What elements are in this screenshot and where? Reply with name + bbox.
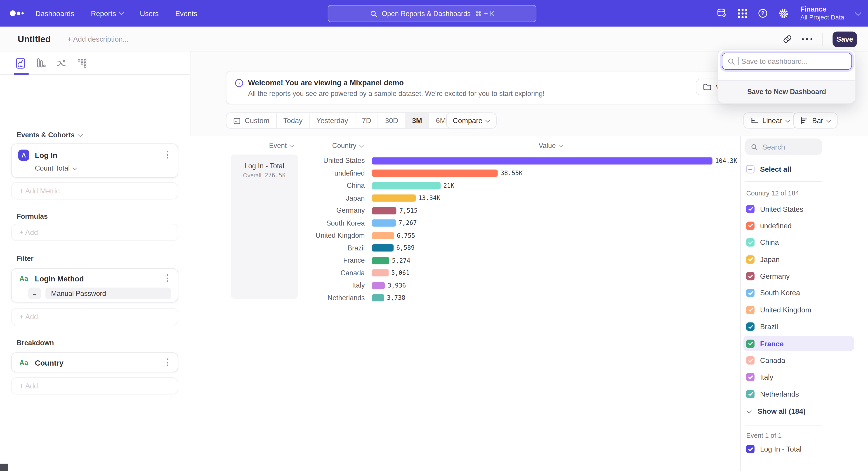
range-custom[interactable]: Custom	[226, 113, 277, 128]
range-3m[interactable]: 3M	[405, 113, 429, 128]
tab-retention[interactable]	[76, 56, 88, 70]
country-checkbox[interactable]	[746, 222, 754, 230]
country-checkbox[interactable]	[746, 390, 754, 399]
nav-item-dashboards[interactable]: Dashboards	[35, 9, 74, 18]
metric-aggregation-dropdown[interactable]: Count Total	[35, 165, 76, 172]
metric-card-login[interactable]: A Log In Count Total	[11, 143, 178, 178]
country-label: Japan	[760, 255, 780, 264]
country-checkbox[interactable]	[746, 306, 754, 314]
events-cohorts-header[interactable]: Events & Cohorts	[17, 131, 82, 139]
breakdown-property-name[interactable]: Country	[35, 359, 64, 367]
settings-gear-icon[interactable]	[778, 8, 789, 19]
y-scale-dropdown[interactable]: Linear	[743, 112, 796, 128]
country-checkbox[interactable]	[746, 238, 754, 247]
bar[interactable]	[372, 207, 397, 214]
country-row-japan[interactable]: Japan	[743, 252, 854, 267]
add-formula-button[interactable]: + Add	[11, 224, 178, 241]
add-metric-button[interactable]: + Add Metric	[11, 182, 178, 200]
show-all-toggle[interactable]: Show all (184)	[747, 407, 806, 416]
country-row-china[interactable]: China	[743, 235, 854, 251]
chevron-down-icon[interactable]	[855, 9, 861, 16]
bar[interactable]	[372, 195, 416, 202]
series-search-input[interactable]: Search	[745, 139, 822, 155]
bar[interactable]	[372, 244, 394, 252]
bar[interactable]	[372, 157, 712, 165]
breakdown-card-country[interactable]: Aa Country	[11, 352, 178, 372]
column-header-value[interactable]: Value	[539, 142, 562, 150]
country-checkbox[interactable]	[746, 373, 754, 381]
save-to-new-dashboard-button[interactable]: Save to New Dashboard	[718, 80, 855, 103]
bar-row-netherlands: Netherlands3,738	[231, 292, 737, 304]
filter-property-name[interactable]: Login Method	[35, 274, 84, 283]
bar[interactable]	[372, 232, 394, 239]
column-header-event[interactable]: Event	[269, 142, 293, 150]
country-row-italy[interactable]: Italy	[743, 370, 854, 385]
chart-type-dropdown[interactable]: Bar	[793, 112, 837, 128]
bar[interactable]	[372, 294, 384, 301]
mixpanel-logo[interactable]	[9, 9, 28, 18]
bar-category-label: Netherlands	[231, 294, 365, 302]
copy-link-icon[interactable]	[782, 34, 792, 44]
country-row-united-states[interactable]: United States	[743, 201, 854, 217]
filter-value-dropdown[interactable]: Manual Password	[45, 288, 171, 299]
range-today[interactable]: Today	[277, 113, 310, 128]
nav-item-users[interactable]: Users	[140, 9, 159, 18]
tab-insights[interactable]	[15, 56, 26, 70]
event-checkbox-row[interactable]: Log In - Total	[746, 445, 802, 453]
bar-chart-icon	[800, 116, 808, 125]
country-checkbox[interactable]	[746, 323, 754, 331]
compare-button[interactable]: Compare	[446, 112, 497, 128]
bar[interactable]	[372, 282, 385, 289]
tab-flows[interactable]	[56, 56, 67, 70]
breakdown-options-icon[interactable]	[166, 358, 169, 367]
filter-card-login-method[interactable]: Aa Login Method = Manual Password	[11, 268, 178, 302]
select-all-row[interactable]: Select all	[746, 165, 791, 174]
add-description-field[interactable]: + Add description...	[67, 35, 129, 43]
save-button[interactable]: Save	[833, 31, 857, 47]
country-row-brazil[interactable]: Brazil	[743, 319, 854, 334]
country-row-south-korea[interactable]: South Korea	[743, 285, 854, 301]
nav-item-reports[interactable]: Reports	[91, 9, 123, 18]
filter-options-icon[interactable]	[166, 274, 169, 283]
bar-value-label: 5,061	[391, 269, 410, 277]
country-checkbox[interactable]	[746, 339, 754, 348]
add-breakdown-button[interactable]: + Add	[11, 377, 178, 394]
nav-item-events[interactable]: Events	[175, 9, 197, 18]
project-switcher[interactable]: Finance All Project Data	[800, 6, 844, 21]
more-options-icon[interactable]	[802, 38, 812, 40]
help-icon[interactable]: ?	[758, 8, 768, 18]
select-all-checkbox[interactable]	[746, 165, 754, 174]
bar[interactable]	[372, 257, 389, 264]
bar[interactable]	[372, 219, 396, 227]
scrollbar-thumb[interactable]	[0, 464, 8, 471]
country-checkbox[interactable]	[746, 205, 754, 213]
apps-grid-icon[interactable]	[738, 8, 747, 18]
global-search-button[interactable]: Open Reports & Dashboards ⌘ + K	[328, 5, 536, 22]
save-dashboard-search-input[interactable]: Save to dashboard...	[722, 53, 852, 70]
country-row-netherlands[interactable]: Netherlands	[743, 386, 854, 402]
filter-operator-dropdown[interactable]: =	[28, 288, 41, 299]
country-checkbox[interactable]	[746, 289, 754, 297]
country-row-undefined[interactable]: undefined	[743, 218, 854, 233]
country-row-germany[interactable]: Germany	[743, 268, 854, 284]
report-title[interactable]: Untitled	[18, 34, 51, 44]
bar[interactable]	[372, 182, 440, 189]
country-row-canada[interactable]: Canada	[743, 353, 854, 368]
range-30d[interactable]: 30D	[378, 113, 405, 128]
bar[interactable]	[372, 269, 389, 277]
column-header-country[interactable]: Country	[332, 142, 363, 150]
data-management-icon[interactable]	[716, 8, 727, 19]
country-row-united-kingdom[interactable]: United Kingdom	[743, 302, 854, 318]
add-filter-button[interactable]: + Add	[11, 308, 178, 325]
country-checkbox[interactable]	[746, 272, 754, 281]
country-checkbox[interactable]	[746, 255, 754, 264]
tab-funnels[interactable]	[35, 56, 46, 70]
range-yesterday[interactable]: Yesterday	[310, 113, 355, 128]
metric-event-name[interactable]: Log In	[35, 151, 57, 159]
country-row-france[interactable]: France	[743, 336, 854, 351]
range-7d[interactable]: 7D	[355, 113, 378, 128]
country-checkbox[interactable]	[746, 356, 754, 365]
metric-options-icon[interactable]	[166, 151, 169, 159]
event-checkbox[interactable]	[746, 445, 754, 453]
bar[interactable]	[372, 170, 498, 177]
